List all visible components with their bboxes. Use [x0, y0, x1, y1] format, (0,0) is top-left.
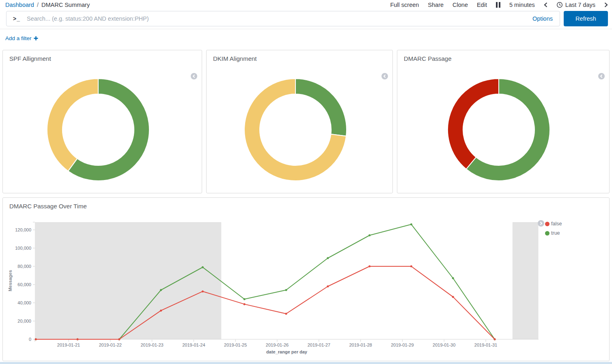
top-nav-menu: Full screen Share Clone Edit 5 minutes L…: [390, 0, 608, 10]
circled-chevron-left-icon: [191, 73, 197, 79]
svg-text:40,000: 40,000: [17, 300, 31, 305]
panel-spf-alignment: SPF Allignment: [2, 50, 202, 193]
clone-button[interactable]: Clone: [453, 2, 468, 8]
svg-text:80,000: 80,000: [17, 264, 31, 269]
svg-text:2019-01-24: 2019-01-24: [182, 343, 205, 347]
legend-toggle-icon[interactable]: [191, 73, 197, 79]
svg-text:2019-01-29: 2019-01-29: [391, 343, 414, 347]
time-forward-button[interactable]: [604, 2, 608, 8]
circled-chevron-left-icon: [598, 73, 605, 79]
refresh-interval-button[interactable]: 5 minutes: [509, 2, 535, 8]
time-back-button[interactable]: [544, 2, 547, 8]
spf-alignment-donut-chart[interactable]: [43, 75, 153, 184]
top-bar: Dashboard / DMARC Summary Full screen Sh…: [0, 0, 612, 10]
legend-toggle-icon[interactable]: [538, 220, 544, 227]
filter-bar: Add a filter: [0, 29, 612, 42]
plus-icon: [34, 36, 38, 41]
clock-icon: [556, 2, 563, 8]
panel-title: DMARC Passage: [404, 55, 452, 62]
pause-refresh-button[interactable]: [496, 2, 500, 8]
add-filter-link[interactable]: Add a filter: [5, 35, 38, 41]
legend-true-dot-icon: [545, 231, 550, 236]
add-filter-label: Add a filter: [5, 35, 32, 41]
svg-text:2019-01-21: 2019-01-21: [57, 343, 80, 347]
dkim-alignment-donut-chart[interactable]: [241, 75, 350, 184]
bottom-edge-strip: [0, 362, 612, 364]
svg-text:Messages: Messages: [8, 270, 13, 291]
time-range-label: Last 7 days: [565, 2, 595, 8]
panel-title: SPF Allignment: [9, 55, 51, 62]
panel-dkim-alignment: DKIM Alignment: [206, 50, 393, 193]
circled-chevron-right-icon: [538, 220, 544, 227]
options-link[interactable]: Options: [532, 15, 560, 22]
svg-text:2019-01-23: 2019-01-23: [140, 343, 163, 347]
svg-text:2019-01-25: 2019-01-25: [224, 343, 247, 347]
line-chart-legend: false true: [545, 221, 562, 236]
page-title: DMARC Summary: [41, 2, 90, 8]
svg-text:120,000: 120,000: [15, 227, 31, 232]
panel-dmarc-passage: DMARC Passage: [397, 50, 610, 193]
legend-label: false: [551, 221, 562, 227]
search-input[interactable]: [26, 15, 532, 22]
pause-icon: [496, 2, 500, 8]
breadcrumb-separator: /: [37, 2, 39, 8]
svg-text:2019-01-31: 2019-01-31: [474, 343, 497, 347]
legend-item-true[interactable]: true: [545, 230, 562, 236]
panel-title: DKIM Alignment: [213, 55, 257, 62]
svg-text:2019-01-22: 2019-01-22: [99, 343, 122, 347]
svg-text:2019-01-28: 2019-01-28: [349, 343, 372, 347]
svg-text:date_range per day: date_range per day: [266, 349, 308, 354]
svg-text:100,000: 100,000: [15, 246, 31, 251]
time-range-picker[interactable]: Last 7 days: [556, 2, 595, 8]
legend-toggle-icon[interactable]: [598, 73, 605, 79]
svg-text:2019-01-27: 2019-01-27: [308, 343, 330, 347]
legend-label: true: [551, 230, 560, 236]
search-bar: >_ Options: [6, 11, 560, 26]
circled-chevron-left-icon: [381, 73, 388, 79]
dmarc-passage-over-time-line-chart[interactable]: 020,00040,00060,00080,000100,000120,0002…: [3, 198, 610, 362]
legend-toggle-icon[interactable]: [381, 73, 388, 79]
terminal-prompt-icon: >_: [6, 15, 26, 22]
refresh-button[interactable]: Refresh: [564, 11, 608, 26]
chevron-right-icon: [604, 2, 608, 8]
svg-text:0: 0: [29, 337, 31, 342]
svg-text:60,000: 60,000: [17, 282, 31, 287]
dmarc-passage-donut-chart[interactable]: [444, 75, 554, 184]
breadcrumb: Dashboard / DMARC Summary: [5, 0, 90, 10]
legend-item-false[interactable]: false: [545, 221, 562, 227]
legend-false-dot-icon: [545, 222, 550, 226]
breadcrumb-dashboard-link[interactable]: Dashboard: [5, 2, 34, 8]
svg-text:2019-01-30: 2019-01-30: [433, 343, 455, 347]
share-button[interactable]: Share: [428, 2, 444, 8]
chevron-left-icon: [544, 2, 547, 8]
svg-text:2019-01-26: 2019-01-26: [266, 343, 289, 347]
svg-text:20,000: 20,000: [17, 319, 31, 323]
panel-dmarc-passage-over-time: DMARC Passage Over Time 020,00040,00060,…: [2, 197, 610, 361]
full-screen-button[interactable]: Full screen: [390, 2, 419, 8]
edit-button[interactable]: Edit: [477, 2, 487, 8]
